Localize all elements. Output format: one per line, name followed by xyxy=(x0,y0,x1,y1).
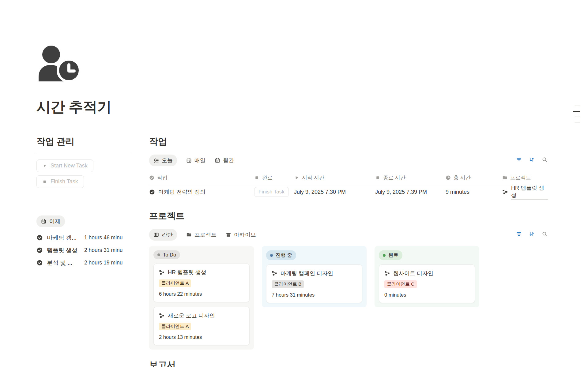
task-title: 마케팅 전략의 정의 xyxy=(158,188,205,196)
column-label: 종료 시간 xyxy=(383,174,405,181)
column-label: 작업 xyxy=(157,174,168,181)
list-item[interactable]: 마케팅 캠... 1 hours 46 minu xyxy=(36,234,130,242)
card-title: 웹사이트 디자인 xyxy=(393,270,433,277)
reports-heading: 보고서 xyxy=(149,359,176,367)
list-item[interactable]: 템플릿 생성 2 hours 31 minu xyxy=(36,246,130,254)
column-header-start-time[interactable]: 시작 시간 xyxy=(294,174,375,181)
search-icon[interactable] xyxy=(542,157,548,163)
clock-icon xyxy=(446,175,451,180)
column-label: 프로젝트 xyxy=(510,174,531,181)
folder-icon xyxy=(186,232,192,238)
card-duration: 6 hours 22 minutes xyxy=(159,291,244,297)
table-header-row: 작업 완료 시작 시간 종료 시간 총 시간 xyxy=(149,171,548,184)
status-badge[interactable]: 진행 중 xyxy=(266,250,296,260)
calendar-icon xyxy=(186,158,192,163)
cell-start-time[interactable]: July 9, 2025 7:30 PM xyxy=(294,189,375,195)
projects-view-tabs: 칸반 프로젝트 아카이브 xyxy=(149,229,548,241)
yesterday-tab[interactable]: 어제 xyxy=(36,215,65,227)
client-tag: 클라이언트 C xyxy=(384,280,417,288)
kanban-column-in-progress: 진행 중 마케팅 캠페인 디자인 클라이언트 B 7 hours 31 minu… xyxy=(262,246,367,307)
tab-monthly[interactable]: 월간 xyxy=(215,155,234,166)
yesterday-task-list: 마케팅 캠... 1 hours 46 minu 템플릿 생성 2 hours … xyxy=(36,234,130,267)
cell-complete: Finish Task xyxy=(254,187,294,197)
card-title: HR 템플릿 생성 xyxy=(168,269,206,276)
tab-today[interactable]: 오늘 xyxy=(149,155,177,166)
task-duration: 1 hours 46 minu xyxy=(84,234,130,241)
card-duration: 7 hours 31 minutes xyxy=(272,292,357,298)
relation-icon xyxy=(272,271,277,276)
relation-icon xyxy=(159,313,164,318)
tab-label: 아카이브 xyxy=(234,231,256,238)
row-finish-task-button[interactable]: Finish Task xyxy=(254,187,289,197)
calendar-icon xyxy=(41,219,46,224)
outline-indicator[interactable] xyxy=(573,106,580,122)
start-new-task-button[interactable]: Start New Task xyxy=(36,159,93,172)
kanban-column-done: 완료 웹사이트 디자인 클라이언트 C 0 minutes xyxy=(375,246,479,307)
yesterday-label: 어제 xyxy=(49,218,60,225)
project-card[interactable]: 새로운 로고 디자인 클라이언트 A 2 hours 13 minutes xyxy=(153,307,250,345)
check-circle-icon xyxy=(36,234,43,241)
outline-dash xyxy=(573,111,580,112)
project-link[interactable]: HR 템플릿 생성 xyxy=(511,184,548,200)
task-management-panel: 작업 관리 Start New Task Finish Task 어제 마케팅 … xyxy=(36,136,130,267)
table-row[interactable]: 마케팅 전략의 정의 Finish Task July 9, 2025 7:30… xyxy=(149,184,548,199)
finish-task-button[interactable]: Finish Task xyxy=(36,175,84,188)
card-duration: 2 hours 13 minutes xyxy=(159,334,244,340)
filter-icon[interactable] xyxy=(516,231,522,237)
tasks-view-tabs: 오늘 매일 월간 xyxy=(149,154,548,167)
status-label: 진행 중 xyxy=(276,252,292,259)
tab-label: 월간 xyxy=(223,157,234,164)
page-title: 시간 추적기 xyxy=(36,97,111,117)
kanban-board: To Do HR 템플릿 생성 클라이언트 A 6 hours 22 minut… xyxy=(149,246,548,350)
project-card[interactable]: HR 템플릿 생성 클라이언트 A 6 hours 22 minutes xyxy=(153,264,250,302)
list-item[interactable]: 분석 및 ... 2 hours 19 minu xyxy=(36,259,130,267)
start-new-task-label: Start New Task xyxy=(51,163,88,169)
tab-projects[interactable]: 프로젝트 xyxy=(186,229,217,241)
search-icon[interactable] xyxy=(542,231,548,237)
client-tag: 클라이언트 B xyxy=(272,280,304,288)
column-header-end-time[interactable]: 종료 시간 xyxy=(375,174,446,181)
column-header-total-time[interactable]: 총 시간 xyxy=(446,174,502,181)
cell-end-time[interactable]: July 9, 2025 7:39 PM xyxy=(375,189,446,195)
tasks-table: 작업 완료 시작 시간 종료 시간 총 시간 xyxy=(149,171,548,199)
sort-icon[interactable] xyxy=(529,231,535,237)
check-circle-icon xyxy=(36,260,43,266)
client-tag: 클라이언트 A xyxy=(159,279,191,287)
status-label: 완료 xyxy=(388,252,398,259)
tasks-heading: 작업 xyxy=(149,136,548,148)
stop-icon xyxy=(254,175,259,180)
person-clock-icon xyxy=(36,45,82,83)
stop-icon xyxy=(42,179,47,184)
cell-task[interactable]: 마케팅 전략의 정의 xyxy=(149,188,254,196)
cell-total-time[interactable]: 9 minutes xyxy=(446,189,502,195)
column-header-project[interactable]: 프로젝트 xyxy=(502,174,548,181)
project-card[interactable]: 마케팅 캠페인 디자인 클라이언트 B 7 hours 31 minutes xyxy=(266,264,362,303)
task-duration: 2 hours 19 minu xyxy=(84,260,130,266)
status-dot xyxy=(270,254,273,257)
tab-daily[interactable]: 매일 xyxy=(186,155,205,166)
column-header-task[interactable]: 작업 xyxy=(149,174,254,181)
project-card[interactable]: 웹사이트 디자인 클라이언트 C 0 minutes xyxy=(379,264,475,303)
relation-icon xyxy=(502,189,508,195)
tab-archive[interactable]: 아카이브 xyxy=(226,229,256,241)
sort-icon[interactable] xyxy=(529,157,535,163)
status-badge[interactable]: 완료 xyxy=(379,250,402,260)
column-header-complete[interactable]: 완료 xyxy=(254,174,294,181)
column-label: 시작 시간 xyxy=(302,174,324,181)
page-icon[interactable] xyxy=(36,45,82,84)
outline-dash xyxy=(575,106,580,106)
tab-label: 오늘 xyxy=(162,157,173,164)
status-dot xyxy=(157,253,160,256)
task-name: 분석 및 ... xyxy=(47,259,84,267)
tab-kanban[interactable]: 칸반 xyxy=(149,229,177,241)
tab-label: 칸반 xyxy=(162,231,173,238)
cell-project-relation[interactable]: HR 템플릿 생성 xyxy=(502,184,548,200)
status-badge[interactable]: To Do xyxy=(153,250,180,259)
kanban-column-todo: To Do HR 템플릿 생성 클라이언트 A 6 hours 22 minut… xyxy=(149,246,254,350)
filter-icon[interactable] xyxy=(516,157,522,163)
card-title: 새로운 로고 디자인 xyxy=(168,312,215,319)
checklist-icon xyxy=(153,158,159,163)
column-label: 완료 xyxy=(262,174,273,181)
relation-icon xyxy=(384,271,390,276)
task-management-heading: 작업 관리 xyxy=(36,136,130,148)
